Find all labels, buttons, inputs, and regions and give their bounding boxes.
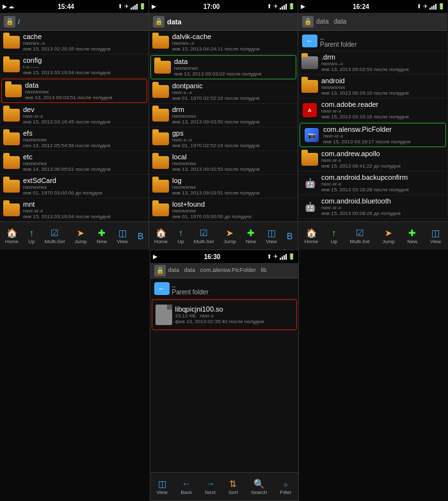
folder-icon [301,150,319,168]
multisel-button-2[interactable]: ☑Multi-Sel [191,227,216,246]
view-button-3[interactable]: ◫View [428,227,444,246]
view-button-bottom[interactable]: ◫View [154,477,170,497]
home-button-3[interactable]: 🏠Home [302,227,321,246]
multisel-icon-2: ☑ [200,228,208,238]
list-item[interactable]: android rwxrwxrwx янв 13, 2013 06:29:10 … [298,75,447,99]
adobe-icon: A [301,101,319,119]
folder-icon [154,58,172,76]
list-item-apollo[interactable]: com.andrew.apollo rwxr-xr-x янв 15, 2013… [298,148,447,171]
filter-icon-bottom: ⬦ [283,479,288,489]
b-button[interactable]: B [135,230,146,243]
list-item-data-selected[interactable]: data rwxrwxrwx янв 13, 2013 09:03:02 пос… [150,55,296,79]
status-bar-3: ▶ 16:24 ⬆✈ 🔋 [298,0,447,13]
folder-icon [152,130,170,148]
file-list-1[interactable]: cache rwxrwx--x янв 15, 2013 02:20:35 по… [0,31,148,221]
folder-icon [301,54,319,72]
up-button-2[interactable]: ↑Up [175,227,186,246]
path-bar-2: 🔒 data [149,13,298,31]
path-bar-1: 🔒 / [0,13,148,31]
status-bar-bottom: ▶ 16:30 ⬆✈ 🔋 [150,250,298,263]
new-button[interactable]: ✚New [94,227,109,246]
up-button-3[interactable]: ↑Up [328,227,340,246]
list-item[interactable]: dontpanic rwxr-x--x янв 01, 1970 02:52:1… [149,80,298,104]
sort-button-bottom[interactable]: ⇅Sort [226,477,241,497]
list-item[interactable]: lost+found rwxrwxrwx янв 01, 1970 03:00:… [149,198,298,221]
list-item[interactable]: dalvik-cache rwxrwx--x янв 15, 2013 04:2… [149,31,298,54]
jump-button-3[interactable]: ➤Jump [380,227,397,246]
path-bar-bottom: 🔒 data data com.alensw.PicFolder lib [150,263,298,278]
lock-icon-1: 🔒 [4,16,15,28]
list-item-data-selected[interactable]: data rwxrwxrwx янв 13, 2013 09:03:51 пос… [1,79,147,103]
list-item[interactable]: log rwxrwxrwx янв 13, 2013 09:03:51 посл… [149,175,298,198]
jump-icon: ➤ [77,228,84,238]
next-button-bottom[interactable]: →Next [202,477,218,497]
file-details: com.adobe.reader rwxr-xr-x янв 15, 2013 … [321,100,445,120]
list-item[interactable]: gps rwxr-x--x янв 01, 1970 02:52:16 посл… [149,127,298,151]
b-button-2[interactable]: B [284,230,295,243]
list-item[interactable]: drm rwxrwxrwx янв 13, 2013 09:03:50 посл… [149,104,298,127]
multisel-button-3[interactable]: ☑Multi-Sel [348,227,372,246]
up-icon-2: ↑ [179,228,183,238]
list-item[interactable]: dev rwxr-xr-x янв 15, 2013 03:16:45 посл… [0,104,148,127]
parent-details-bottom: .. Parent folder [172,281,209,296]
jump-button-2[interactable]: ➤Jump [221,227,239,246]
status-bar-2: ▶ 17:00 ⬆✈ 🔋 [149,0,298,13]
up-button[interactable]: ↑Up [26,227,37,246]
view-icon: ◫ [118,228,127,238]
list-item[interactable]: efs rwxrwxrwx сен 13, 2012 05:54:58 посл… [0,127,148,151]
new-icon: ✚ [98,228,106,238]
path-bar-3: 🔒 data data [298,13,447,31]
folder-icon [3,201,20,219]
file-details: .drm rwxrwx--x янв 13, 2013 09:02:53 пос… [321,53,445,72]
new-icon-2: ✚ [247,228,255,238]
toolbar-2: 🏠Home ↑Up ☑Multi-Sel ➤Jump ✚New ◫View B [149,221,298,250]
left-status-bottom: ▶ [153,253,157,260]
file-details: local rwxrwxrwx янв 13, 2013 09:02:53 по… [172,153,295,172]
right-status-2: ⬆✈ 🔋 [267,3,295,10]
file-list-3[interactable]: ← .. Parent folder .drm rwxrwx--x янв 13… [298,31,447,221]
panel-3: ▶ 16:24 ⬆✈ 🔋 🔒 data data ← [298,0,447,250]
jump-button[interactable]: ➤Jump [72,227,90,246]
multisel-button[interactable]: ☑Multi-Sel [42,227,67,246]
file-details: com.android.bluetooth rwxr-xr-x янв 15, … [321,197,445,216]
list-item[interactable]: etc rwxrwxrwx янв 14, 2013 06:05:01 посл… [0,151,148,175]
list-item[interactable]: .drm rwxrwx--x янв 13, 2013 09:02:53 пос… [298,51,447,75]
list-item[interactable]: cache rwxrwx--x янв 15, 2013 02:20:35 по… [0,31,148,54]
home-button[interactable]: 🏠Home [3,227,21,246]
folder-icon [3,57,20,75]
list-item[interactable]: 🤖 com.android.bluetooth rwxr-xr-x янв 15… [298,195,447,219]
new-button-2[interactable]: ✚New [243,227,259,246]
view-icon-3: ◫ [431,228,440,238]
new-button-3[interactable]: ✚New [404,227,420,246]
list-item-lib-selected[interactable]: libqpicjni100.so 33,12 КБ rwxr-x фев 13,… [152,299,297,330]
file-details: efs rwxrwxrwx сен 13, 2012 05:54:58 посл… [23,129,146,148]
file-list-2[interactable]: dalvik-cache rwxrwx--x янв 15, 2013 04:2… [149,31,298,221]
home-icon-2: 🏠 [156,228,166,238]
parent-folder-bottom[interactable]: ← .. Parent folder [150,278,298,299]
left-status-1: ▶☁ [3,3,14,10]
list-item[interactable]: extSdCard rwxrwxrwx янв 01, 1970 03:00:0… [0,175,148,198]
status-bar-1: ▶☁ 15:44 ⬆✈ 🔋 [0,0,148,13]
list-item[interactable]: config r-x------ янв 15, 2013 03:16:04 п… [0,54,148,78]
list-item-picfolder-selected[interactable]: 📷 com.alensw.PicFolder rwxr-xr-x янв 15,… [300,123,446,147]
list-item[interactable]: mnt rwxr-xr-x янв 15, 2013 03:16:04 посл… [0,198,148,221]
list-item[interactable]: 🤖 com.android.backupconfirm rwxr-xr-x ян… [298,171,447,195]
parent-folder-item[interactable]: ← .. Parent folder [298,31,447,51]
view-button-2[interactable]: ◫View [263,227,279,246]
view-button[interactable]: ◫View [114,227,130,246]
back-button-bottom[interactable]: ←Back [178,477,195,497]
search-button-bottom[interactable]: 🔍Search [248,477,269,497]
time-1: 15:44 [58,3,74,10]
list-item[interactable]: local rwxrwxrwx янв 13, 2013 09:02:53 по… [149,151,298,175]
file-details: dalvik-cache rwxrwx--x янв 15, 2013 04:2… [172,33,295,52]
home-button-2[interactable]: 🏠Home [152,227,170,246]
folder-icon [3,33,20,51]
path-label-2: data [167,18,182,26]
filter-button-bottom[interactable]: ⬦Filter [278,477,294,497]
list-item[interactable]: A com.adobe.reader rwxr-xr-x янв 15, 201… [298,99,447,122]
right-status-bottom: ⬆✈ 🔋 [267,253,295,260]
panel-2: ▶ 17:00 ⬆✈ 🔋 🔒 data [149,0,298,250]
jump-icon-2: ➤ [226,228,234,238]
file-list-bottom[interactable]: ← .. Parent folder libqpicjni100.so 33,1… [150,278,298,472]
lock-icon-2: 🔒 [153,16,164,28]
